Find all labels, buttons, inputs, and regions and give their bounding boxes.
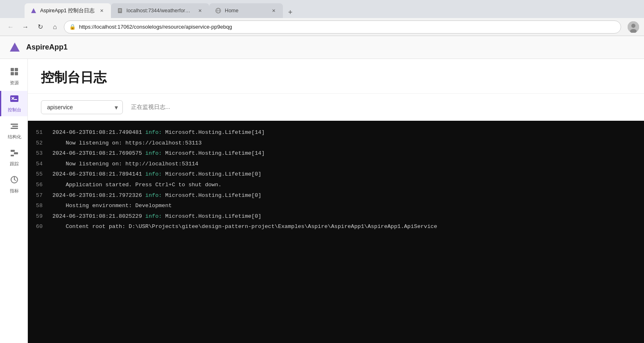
app-header: AspireApp1 xyxy=(0,36,644,59)
svg-marker-10 xyxy=(10,43,20,52)
metrics-icon xyxy=(10,175,19,186)
tab-icon-page xyxy=(117,7,123,14)
app-title: AspireApp1 xyxy=(26,43,68,52)
lock-icon: 🔒 xyxy=(69,24,76,30)
log-line-number: 53 xyxy=(28,149,52,158)
reload-button[interactable]: ↻ xyxy=(34,21,46,33)
aspire-logo xyxy=(8,41,21,54)
resource-dropdown[interactable]: apiservice xyxy=(41,100,123,114)
log-line-content: 2024-06-23T01:08:21.7972326 info: Micros… xyxy=(52,191,644,200)
controls-bar: apiservice 正在监视日志... xyxy=(28,94,644,121)
resource-select[interactable]: apiservice xyxy=(41,100,123,114)
trace-icon xyxy=(10,148,19,159)
main-content: 控制台日志 apiservice 正在监视日志... 512024-06-23T… xyxy=(28,59,644,343)
tab-icon-globe xyxy=(215,7,221,14)
tab-icon-triangle xyxy=(30,7,37,14)
log-line-number: 59 xyxy=(28,212,52,221)
log-line-number: 56 xyxy=(28,181,52,190)
log-line: 532024-06-23T01:08:21.7690575 info: Micr… xyxy=(28,148,644,159)
svg-rect-14 xyxy=(15,72,18,75)
svg-rect-21 xyxy=(11,128,18,129)
log-line: 58 Hosting environment: Development xyxy=(28,201,644,211)
tab-weatherforecast[interactable]: localhost:7344/weatherforecast ✕ xyxy=(111,3,209,18)
app-wrapper: AspireApp1 资源 控制台 xyxy=(0,36,644,343)
svg-rect-2 xyxy=(119,9,121,10)
page-header: 控制台日志 xyxy=(28,59,644,94)
svg-rect-24 xyxy=(14,152,18,154)
app-body: 资源 控制台 结构化 跟踪 xyxy=(0,59,644,343)
log-line: 60 Content root path: D:\USR\Projects\gi… xyxy=(28,221,644,232)
svg-rect-11 xyxy=(11,68,14,71)
svg-rect-3 xyxy=(119,11,121,11)
svg-rect-15 xyxy=(10,95,18,102)
log-line-number: 55 xyxy=(28,170,52,179)
forward-button[interactable]: → xyxy=(20,21,31,33)
tab-bar: AspireApp1 控制台日志 ✕ localhost:7344/weathe… xyxy=(0,0,644,18)
log-line-content: 2024-06-23T01:08:21.8025229 info: Micros… xyxy=(52,212,644,221)
log-line: 52 Now listening on: https://localhost:5… xyxy=(28,138,644,149)
log-line-content: Application started. Press Ctrl+C to shu… xyxy=(52,181,644,190)
back-button[interactable]: ← xyxy=(5,21,16,33)
log-line-content: 2024-06-23T01:08:21.7894141 info: Micros… xyxy=(52,170,644,179)
sidebar-item-trace[interactable]: 跟踪 xyxy=(0,145,27,170)
sidebar-label-console: 控制台 xyxy=(8,107,21,113)
svg-rect-25 xyxy=(11,155,14,156)
log-line-content: 2024-06-23T01:08:21.7690575 info: Micros… xyxy=(52,149,644,158)
svg-rect-20 xyxy=(12,126,18,127)
log-line-content: Hosting environment: Development xyxy=(52,201,644,210)
sidebar-label-structured: 结构化 xyxy=(8,134,21,140)
tab2-close[interactable]: ✕ xyxy=(196,7,203,14)
profile-area xyxy=(628,21,639,33)
log-terminal[interactable]: 512024-06-23T01:08:21.7490481 info: Micr… xyxy=(28,121,644,343)
sidebar-item-resources[interactable]: 资源 xyxy=(0,64,27,89)
svg-rect-12 xyxy=(15,68,18,71)
new-tab-button[interactable]: + xyxy=(285,7,296,18)
sidebar-item-metrics[interactable]: 指标 xyxy=(0,172,27,197)
tab1-close[interactable]: ✕ xyxy=(98,7,105,14)
status-text: 正在监视日志... xyxy=(131,104,170,111)
log-line: 572024-06-23T01:08:21.7972326 info: Micr… xyxy=(28,190,644,201)
log-line-content: Content root path: D:\USR\Projects\gitee… xyxy=(52,222,644,231)
log-line-content: Now listening on: https://localhost:5311… xyxy=(52,139,644,148)
log-line-number: 58 xyxy=(28,201,52,210)
log-line: 552024-06-23T01:08:21.7894141 info: Micr… xyxy=(28,169,644,180)
sidebar: 资源 控制台 结构化 跟踪 xyxy=(0,59,28,343)
sidebar-label-metrics: 指标 xyxy=(10,188,19,194)
log-line-content: 2024-06-23T01:08:21.7490481 info: Micros… xyxy=(52,128,644,137)
home-button[interactable]: ⌂ xyxy=(49,21,61,33)
log-line-content: Now listening on: http://localhost:53114 xyxy=(52,160,644,169)
tab3-close[interactable]: ✕ xyxy=(270,7,277,14)
log-line-number: 51 xyxy=(28,128,52,137)
structured-icon xyxy=(10,121,19,132)
svg-rect-13 xyxy=(11,72,14,75)
sidebar-label-resources: 资源 xyxy=(10,80,19,86)
nav-bar: ← → ↻ ⌂ 🔒 xyxy=(0,18,644,36)
tab-aspireapp1[interactable]: AspireApp1 控制台日志 ✕ xyxy=(25,3,111,18)
tab2-title: localhost:7344/weatherforecast xyxy=(127,8,193,14)
profile-avatar xyxy=(628,21,639,33)
svg-rect-23 xyxy=(11,150,15,152)
svg-marker-0 xyxy=(31,8,36,13)
log-line-number: 54 xyxy=(28,160,52,169)
address-input[interactable] xyxy=(79,24,616,30)
console-icon xyxy=(10,94,19,105)
log-line: 56 Application started. Press Ctrl+C to … xyxy=(28,180,644,190)
sidebar-item-structured[interactable]: 结构化 xyxy=(0,118,27,143)
svg-point-8 xyxy=(631,24,635,28)
log-line: 592024-06-23T01:08:21.8025229 info: Micr… xyxy=(28,211,644,222)
log-line: 54 Now listening on: http://localhost:53… xyxy=(28,159,644,169)
sidebar-item-console[interactable]: 控制台 xyxy=(0,91,27,116)
page-title: 控制台日志 xyxy=(41,69,631,87)
tab1-title: AspireApp1 控制台日志 xyxy=(40,7,95,14)
log-line: 512024-06-23T01:08:21.7490481 info: Micr… xyxy=(28,127,644,138)
resources-icon xyxy=(10,67,19,78)
sidebar-label-trace: 跟踪 xyxy=(10,161,19,167)
browser-chrome: AspireApp1 控制台日志 ✕ localhost:7344/weathe… xyxy=(0,0,644,36)
tab3-title: Home xyxy=(225,8,267,14)
log-line-number: 57 xyxy=(28,191,52,200)
log-line-number: 60 xyxy=(28,222,52,231)
log-line-number: 52 xyxy=(28,139,52,148)
address-bar[interactable]: 🔒 xyxy=(64,20,621,34)
tab-home[interactable]: Home ✕ xyxy=(209,3,283,18)
